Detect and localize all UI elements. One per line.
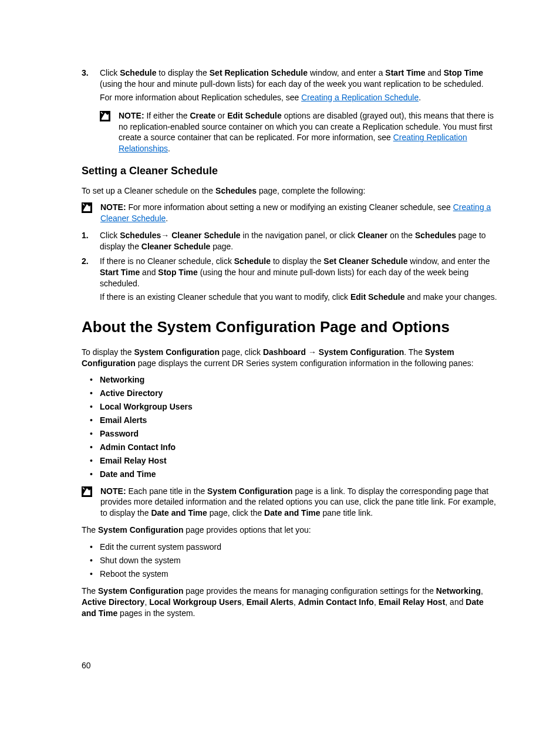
options-list: Edit the current system password Shut do… xyxy=(82,542,497,580)
link-creating-replication-schedule[interactable]: Creating a Replication Schedule xyxy=(301,93,419,102)
step-3-text: Click Schedule to display the Set Replic… xyxy=(100,67,497,90)
cleaner-intro: To set up a Cleaner schedule on the Sche… xyxy=(82,185,497,197)
pane-item: Date and Time xyxy=(82,469,497,480)
option-item: Edit the current system password xyxy=(82,542,497,553)
pane-item: Password xyxy=(82,428,497,439)
note-cleaner-moreinfo: NOTE: For more information about setting… xyxy=(82,202,497,224)
panes-list: Networking Active Directory Local Workgr… xyxy=(82,374,497,479)
note-text: NOTE: For more information about setting… xyxy=(100,202,497,224)
pane-item: Local Workgroup Users xyxy=(82,401,497,412)
note-icon xyxy=(82,486,92,497)
replication-steps-continued: 3. Click Schedule to display the Set Rep… xyxy=(82,67,497,103)
step-marker: 2. xyxy=(82,256,89,267)
sysconfig-options-intro: The System Configuration page provides o… xyxy=(82,525,497,536)
note-replication-disabled: NOTE: If either the Create or Edit Sched… xyxy=(82,110,497,155)
sysconfig-manage-text: The System Configuration page provides t… xyxy=(82,586,497,619)
note-icon xyxy=(100,111,110,121)
cleaner-steps: 1. Click Schedules→ Cleaner Schedule in … xyxy=(82,230,497,302)
sysconfig-intro: To display the System Configuration page… xyxy=(82,347,497,369)
step-3: 3. Click Schedule to display the Set Rep… xyxy=(82,67,497,103)
page-number: 60 xyxy=(82,660,91,671)
step-marker: 3. xyxy=(82,67,89,79)
cleaner-step-2-text: If there is no Cleaner schedule, click S… xyxy=(100,256,497,289)
pane-item: Email Alerts xyxy=(82,415,497,426)
step-3-moreinfo: For more information about Replication s… xyxy=(100,92,497,103)
cleaner-step-1-text: Click Schedules→ Cleaner Schedule in the… xyxy=(100,230,497,252)
cleaner-step-2: 2. If there is no Cleaner schedule, clic… xyxy=(82,256,497,303)
option-item: Shut down the system xyxy=(82,555,497,566)
pane-item: Networking xyxy=(82,374,497,385)
note-icon xyxy=(82,202,92,213)
cleaner-step-1: 1. Click Schedules→ Cleaner Schedule in … xyxy=(82,230,497,252)
heading-about-system-configuration: About the System Configuration Page and … xyxy=(82,317,497,337)
heading-setting-cleaner-schedule: Setting a Cleaner Schedule xyxy=(82,164,497,178)
pane-item: Admin Contact Info xyxy=(82,442,497,453)
note-text: NOTE: If either the Create or Edit Sched… xyxy=(119,110,497,155)
cleaner-step-2-modify: If there is an existing Cleaner schedule… xyxy=(100,292,497,303)
step-marker: 1. xyxy=(82,230,89,241)
note-pane-title-link: NOTE: Each pane title in the System Conf… xyxy=(82,486,497,519)
option-item: Reboot the system xyxy=(82,569,497,580)
note-text: NOTE: Each pane title in the System Conf… xyxy=(100,486,497,519)
pane-item: Email Relay Host xyxy=(82,455,497,466)
pane-item: Active Directory xyxy=(82,388,497,399)
